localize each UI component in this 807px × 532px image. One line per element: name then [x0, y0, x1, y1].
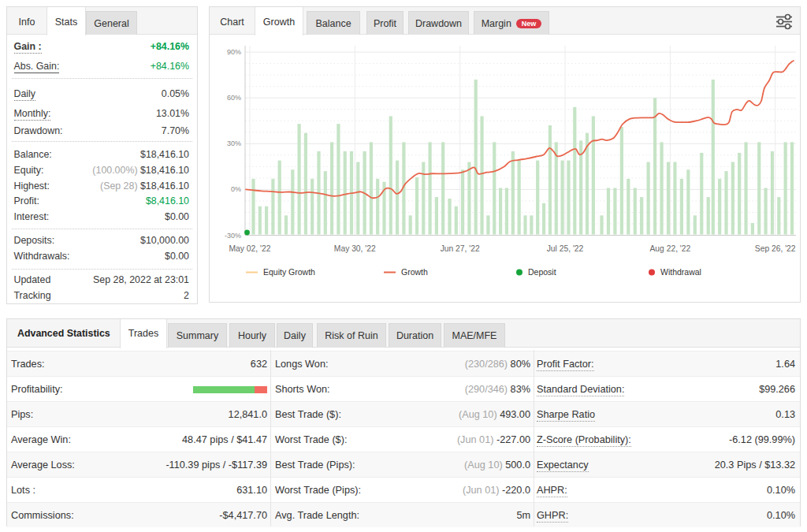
svg-text:90%: 90% — [227, 48, 241, 56]
svg-text:60%: 60% — [227, 94, 241, 102]
svg-text:30%: 30% — [227, 140, 241, 147]
svg-text:Equity Growth: Equity Growth — [263, 267, 315, 277]
svg-text:Growth: Growth — [401, 267, 428, 277]
svg-text:Aug 22, '22: Aug 22, '22 — [650, 244, 691, 253]
svg-text:Withdrawal: Withdrawal — [660, 267, 701, 277]
svg-text:May 02, '22: May 02, '22 — [229, 244, 271, 253]
svg-text:Deposit: Deposit — [528, 267, 556, 277]
svg-text:0%: 0% — [231, 185, 241, 193]
svg-text:Jul 25, '22: Jul 25, '22 — [547, 244, 584, 253]
svg-text:-30%: -30% — [225, 232, 241, 240]
svg-text:May 30, '22: May 30, '22 — [334, 244, 376, 253]
svg-text:Jun 27, '22: Jun 27, '22 — [441, 244, 480, 253]
svg-text:Sep 26, '22: Sep 26, '22 — [755, 244, 796, 253]
